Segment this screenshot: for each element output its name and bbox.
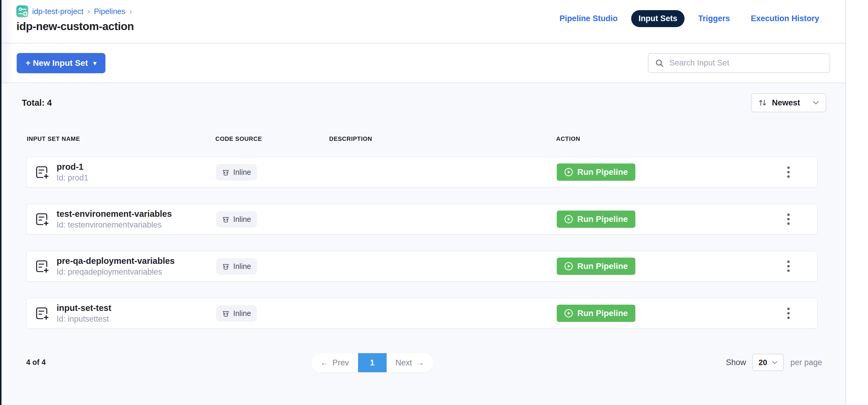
new-input-set-button[interactable]: + New Input Set ▾ [17,53,105,73]
run-pipeline-button[interactable]: Run Pipeline [557,305,636,322]
input-set-name-link[interactable]: pre-qa-deployment-variables [57,256,175,266]
inline-code-icon [222,168,230,176]
inline-code-icon [222,309,230,317]
code-source-cell: Inline [216,164,330,181]
run-pipeline-button[interactable]: Run Pipeline [557,211,636,228]
breadcrumb: idp-test-project › Pipelines › [17,5,134,17]
input-set-name-link[interactable]: test-environement-variables [57,209,172,219]
inline-badge-label: Inline [233,309,251,318]
tab-pipeline-studio[interactable]: Pipeline Studio [552,10,625,27]
inline-code-icon [222,262,230,270]
chevron-down-icon [813,101,819,105]
run-pipeline-button[interactable]: Run Pipeline [557,163,636,181]
inline-badge: Inline [216,305,257,322]
input-set-icon [35,306,49,320]
run-pipeline-label: Run Pipeline [577,261,628,271]
inline-badge: Inline [216,164,257,181]
column-header-description: DESCRIPTION [329,135,556,142]
play-circle-icon [564,262,573,271]
run-pipeline-label: Run Pipeline [577,167,628,177]
play-circle-icon [564,168,573,177]
app-content: idp-test-project › Pipelines › idp-new-c… [1,0,845,405]
search-icon [654,58,664,68]
inline-badge-label: Inline [233,168,251,177]
pipeline-nav-tabs: Pipeline Studio Input Sets Triggers Exec… [552,10,826,27]
per-page-label: per page [790,358,822,367]
breadcrumb-separator: › [129,6,132,16]
tab-execution-history[interactable]: Execution History [743,10,826,27]
pager: ← Prev 1 Next → [311,353,433,372]
input-set-row: prod-1 Id: prod1 Inline Run Pipeline [26,157,818,188]
chevron-down-icon [772,361,778,365]
inline-badge: Inline [216,258,257,275]
chevron-down-icon: ▾ [93,60,96,66]
breadcrumb-project-link[interactable]: idp-test-project [32,7,84,16]
search-input[interactable] [669,58,824,68]
inline-badge: Inline [216,211,257,227]
column-header-action: ACTION [556,135,818,142]
search-box [648,53,830,73]
input-set-id: Id: prod1 [57,173,89,183]
action-cell: Run Pipeline [557,305,817,322]
sort-select[interactable]: Newest [751,93,826,112]
row-menu-button[interactable] [785,164,792,180]
name-cell: pre-qa-deployment-variables Id: preqadep… [27,256,216,277]
input-set-row: test-environement-variables Id: testenvi… [26,204,818,235]
play-circle-icon [564,309,573,318]
page-size-select[interactable]: 20 [752,354,784,371]
inline-badge-label: Inline [233,262,251,271]
next-label: Next [396,358,412,368]
result-count: 4 of 4 [26,358,45,367]
pipeline-logo-icon [17,5,28,17]
right-arrow-icon: → [416,358,424,368]
action-cell: Run Pipeline [557,163,817,181]
code-source-cell: Inline [216,211,330,227]
column-header-name: INPUT SET NAME [26,135,215,142]
header-left: idp-test-project › Pipelines › idp-new-c… [17,5,134,33]
input-set-row: input-set-test Id: inputsettest Inline R… [26,298,818,329]
prev-label: Prev [333,358,349,368]
page-title: idp-new-custom-action [17,20,134,33]
input-set-icon [35,259,49,273]
total-count: Total: 4 [22,98,52,108]
run-pipeline-label: Run Pipeline [577,214,628,224]
left-arrow-icon: ← [320,358,328,368]
prev-page-button[interactable]: ← Prev [311,353,358,372]
row-menu-button[interactable] [785,258,792,274]
name-cell: prod-1 Id: prod1 [27,162,216,183]
next-page-button[interactable]: Next → [386,353,433,372]
name-cell: test-environement-variables Id: testenvi… [27,209,216,229]
row-menu-button[interactable] [785,305,792,321]
input-set-icon [35,165,49,179]
input-set-icon [35,212,49,226]
input-set-id: Id: testenvironementvariables [57,220,172,229]
inline-badge-label: Inline [233,215,251,224]
page-size-value: 20 [758,358,767,367]
code-source-cell: Inline [216,258,330,275]
input-set-id: Id: preqadeploymentvariables [57,268,175,277]
run-pipeline-button[interactable]: Run Pipeline [557,258,636,275]
tab-input-sets[interactable]: Input Sets [631,10,684,27]
breadcrumb-separator: › [87,6,90,16]
code-source-cell: Inline [216,305,330,322]
tab-triggers[interactable]: Triggers [691,10,737,27]
input-set-name-link[interactable]: input-set-test [57,303,112,313]
right-side-panel [845,0,868,405]
show-label: Show [726,358,746,367]
input-set-name-link[interactable]: prod-1 [57,162,89,172]
run-pipeline-label: Run Pipeline [577,309,628,318]
page-number-button[interactable]: 1 [358,353,386,372]
list-toolbar: + New Input Set ▾ [1,43,845,83]
collapsed-sidebar-edge [0,0,1,405]
name-cell: input-set-test Id: inputsettest [27,303,216,324]
action-cell: Run Pipeline [557,258,817,275]
list-summary-row: Total: 4 Newest [1,83,845,112]
sort-arrows-icon [758,98,767,107]
play-circle-icon [564,215,573,224]
input-set-id: Id: inputsettest [57,314,112,324]
sort-selected-value: Newest [772,98,800,107]
breadcrumb-pipelines-link[interactable]: Pipelines [94,7,125,16]
inline-code-icon [222,215,230,223]
row-menu-button[interactable] [785,211,792,227]
table-column-headers: INPUT SET NAME CODE SOURCE DESCRIPTION A… [26,135,818,142]
